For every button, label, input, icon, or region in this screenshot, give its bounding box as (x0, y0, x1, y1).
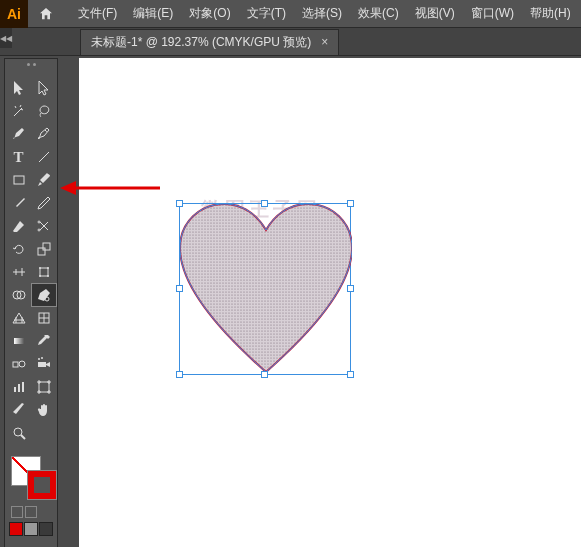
resize-handle-top-right[interactable] (347, 200, 354, 207)
fill-stroke-control[interactable] (7, 454, 55, 502)
svg-point-7 (39, 275, 41, 277)
pen-tool[interactable] (7, 123, 31, 145)
svg-rect-20 (22, 382, 24, 392)
svg-line-23 (21, 435, 25, 439)
perspective-tool[interactable] (7, 307, 31, 329)
canvas-area[interactable]: 微图王子网 (79, 58, 581, 547)
resize-handle-mid-right[interactable] (347, 285, 354, 292)
svg-point-17 (41, 357, 43, 359)
swatch-color[interactable] (9, 522, 23, 536)
svg-rect-3 (43, 243, 50, 250)
gradient-tool[interactable] (7, 330, 31, 352)
draw-mode-row: ◧ ◨ ◩ (9, 542, 53, 547)
menu-window[interactable]: 窗口(W) (465, 1, 520, 26)
resize-handle-bottom-right[interactable] (347, 371, 354, 378)
live-paint-tool[interactable] (32, 284, 56, 306)
panel-grip[interactable] (7, 63, 55, 73)
swap-fill-stroke-button[interactable] (25, 506, 37, 518)
default-fill-stroke-button[interactable] (11, 506, 23, 518)
svg-line-0 (39, 152, 49, 162)
mesh-tool[interactable] (32, 307, 56, 329)
direct-selection-tool[interactable] (32, 77, 56, 99)
swatch-gradient[interactable] (24, 522, 38, 536)
shaper-tool[interactable] (7, 192, 31, 214)
free-transform-tool[interactable] (32, 261, 56, 283)
svg-rect-21 (39, 382, 49, 392)
color-mode-row (9, 522, 53, 536)
resize-handle-top-left[interactable] (176, 200, 183, 207)
eraser-tool[interactable] (7, 215, 31, 237)
svg-point-16 (38, 358, 40, 360)
rectangle-tool[interactable] (7, 169, 31, 191)
zoom-tool[interactable] (7, 422, 31, 444)
menu-type[interactable]: 文字(T) (241, 1, 292, 26)
menu-help[interactable]: 帮助(H) (524, 1, 577, 26)
close-tab-button[interactable]: × (321, 35, 328, 49)
slice-tool[interactable] (7, 399, 31, 421)
menu-effect[interactable]: 效果(C) (352, 1, 405, 26)
swatch-none[interactable] (39, 522, 53, 536)
menu-file[interactable]: 文件(F) (72, 1, 123, 26)
panel-collapse-handle[interactable]: ◀◀ (0, 28, 12, 48)
app-logo: Ai (0, 0, 28, 28)
tools-panel: T ◧ ◨ (4, 58, 58, 547)
curvature-tool[interactable] (32, 123, 56, 145)
svg-rect-14 (13, 362, 18, 367)
document-tab-title: 未标题-1* @ 192.37% (CMYK/GPU 预览) (91, 34, 311, 51)
column-graph-tool[interactable] (7, 376, 31, 398)
symbol-sprayer-tool[interactable] (32, 353, 56, 375)
selection-bounding-box[interactable] (179, 203, 351, 375)
svg-rect-2 (38, 248, 45, 255)
svg-marker-29 (60, 181, 76, 195)
svg-rect-18 (14, 387, 16, 392)
type-tool[interactable]: T (7, 146, 31, 168)
resize-handle-top-mid[interactable] (261, 200, 268, 207)
heart-shape[interactable] (180, 204, 352, 376)
home-button[interactable] (32, 0, 60, 28)
pencil-tool[interactable] (32, 192, 56, 214)
svg-rect-13 (14, 338, 24, 344)
draw-inside-button[interactable]: ◩ (39, 542, 53, 547)
blend-tool[interactable] (7, 353, 31, 375)
eyedropper-tool[interactable] (32, 330, 56, 352)
menu-object[interactable]: 对象(O) (183, 1, 236, 26)
shape-builder-tool[interactable] (7, 284, 31, 306)
svg-point-15 (19, 361, 25, 367)
svg-point-5 (39, 267, 41, 269)
hand-tool[interactable] (32, 399, 56, 421)
menu-view[interactable]: 视图(V) (409, 1, 461, 26)
menu-bar: Ai 文件(F) 编辑(E) 对象(O) 文字(T) 选择(S) 效果(C) 视… (0, 0, 581, 28)
menu-select[interactable]: 选择(S) (296, 1, 348, 26)
magic-wand-tool[interactable] (7, 100, 31, 122)
main-menu: 文件(F) 编辑(E) 对象(O) 文字(T) 选择(S) 效果(C) 视图(V… (72, 1, 577, 26)
artboard-tool[interactable] (32, 376, 56, 398)
selection-tool[interactable] (7, 77, 31, 99)
menu-edit[interactable]: 编辑(E) (127, 1, 179, 26)
stroke-swatch[interactable] (27, 470, 57, 500)
draw-normal-button[interactable]: ◧ (9, 542, 23, 547)
resize-handle-mid-left[interactable] (176, 285, 183, 292)
lasso-tool[interactable] (32, 100, 56, 122)
rotate-tool[interactable] (7, 238, 31, 260)
line-tool[interactable] (32, 146, 56, 168)
svg-rect-4 (40, 268, 48, 276)
document-tab-bar: 未标题-1* @ 192.37% (CMYK/GPU 预览) × (0, 28, 581, 56)
svg-point-8 (47, 275, 49, 277)
home-icon (38, 6, 54, 22)
svg-point-11 (45, 297, 49, 301)
scale-tool[interactable] (32, 238, 56, 260)
svg-rect-1 (14, 176, 24, 184)
resize-handle-bottom-left[interactable] (176, 371, 183, 378)
width-tool[interactable] (7, 261, 31, 283)
resize-handle-bottom-mid[interactable] (261, 371, 268, 378)
svg-point-22 (14, 428, 22, 436)
empty-tool-slot (32, 422, 56, 444)
scissors-tool[interactable] (32, 215, 56, 237)
document-tab[interactable]: 未标题-1* @ 192.37% (CMYK/GPU 预览) × (80, 29, 339, 55)
svg-rect-19 (18, 384, 20, 392)
draw-behind-button[interactable]: ◨ (24, 542, 38, 547)
svg-point-6 (47, 267, 49, 269)
paintbrush-tool[interactable] (32, 169, 56, 191)
